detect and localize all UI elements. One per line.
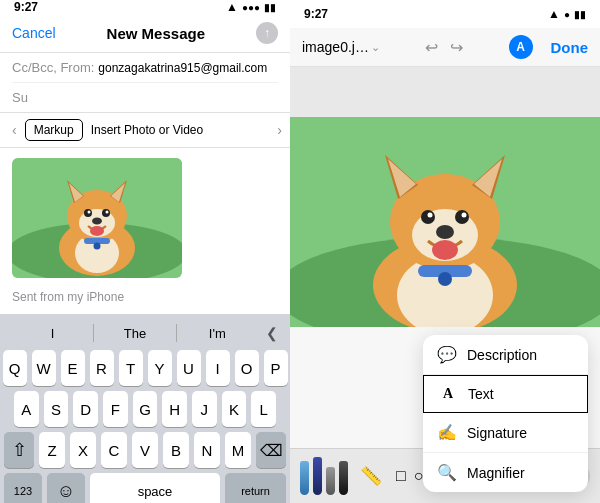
status-icons-left: ▲ ●●● ▮▮	[226, 0, 276, 14]
dropdown-menu: 💬 Description A Text ✍ Signature 🔍 Magni…	[423, 335, 588, 492]
battery-icon: ▮▮	[264, 2, 276, 13]
delete-key[interactable]: ⌫	[256, 432, 286, 468]
markup-user-avatar: A	[509, 35, 533, 59]
signal-icon: ●●●	[242, 2, 260, 13]
key-t[interactable]: T	[119, 350, 143, 386]
dropdown-item-description[interactable]: 💬 Description	[423, 335, 588, 375]
nav-title: New Message	[107, 25, 205, 42]
svg-point-29	[455, 210, 469, 224]
key-y[interactable]: Y	[148, 350, 172, 386]
subject-label: Su	[12, 90, 28, 105]
key-f[interactable]: F	[103, 391, 128, 427]
svg-point-31	[462, 213, 467, 218]
wifi-icon-right: ▲	[548, 7, 560, 21]
circle-shape-tool[interactable]: ○	[414, 467, 424, 486]
keyboard-row-1: Q W E R T Y U I O P	[4, 350, 286, 386]
insert-photo-button[interactable]: Insert Photo or Video	[87, 120, 208, 140]
svg-point-33	[432, 240, 458, 260]
redo-icon[interactable]: ↪	[450, 38, 463, 57]
pen-blue[interactable]	[300, 461, 309, 495]
svg-point-28	[421, 210, 435, 224]
svg-point-12	[88, 211, 91, 214]
svg-point-35	[438, 272, 452, 286]
autocomplete-word-2: The	[94, 326, 175, 341]
key-o[interactable]: O	[235, 350, 259, 386]
email-body[interactable]: Sent from my iPhone	[0, 148, 290, 314]
signal-icon-right: ●	[564, 9, 570, 20]
key-u[interactable]: U	[177, 350, 201, 386]
compose-up-icon[interactable]: ↑	[256, 22, 278, 44]
pen-black[interactable]	[339, 461, 348, 495]
key-s[interactable]: S	[44, 391, 69, 427]
ruler-icon[interactable]: 📏	[360, 465, 382, 487]
description-label: Description	[467, 347, 537, 363]
toolbar-chevron-right-icon[interactable]: ›	[277, 122, 282, 138]
keyboard: I The I'm ❮ Q W E R T Y U I O P A S D F …	[0, 314, 290, 503]
square-shape-tool[interactable]: □	[396, 467, 406, 486]
keyboard-row-4: 123 ☺ space return	[4, 473, 286, 503]
status-bar-right: 9:27 ▲ ● ▮▮	[290, 0, 600, 28]
key-b[interactable]: B	[163, 432, 189, 468]
corgi-svg-right	[290, 117, 600, 327]
subject-field[interactable]: Su	[12, 83, 278, 112]
key-h[interactable]: H	[162, 391, 187, 427]
key-v[interactable]: V	[132, 432, 158, 468]
svg-point-14	[92, 218, 102, 225]
autocomplete-expand-icon[interactable]: ❮	[266, 325, 278, 341]
space-key[interactable]: space	[90, 473, 220, 503]
cc-bcc-field[interactable]: Cc/Bcc, From: gonzagakatrina915@gmail.co…	[12, 53, 278, 83]
from-email: gonzagakatrina915@gmail.com	[98, 61, 267, 75]
dropdown-item-text[interactable]: A Text	[423, 375, 588, 413]
text-icon: A	[438, 386, 458, 402]
toolbar-chevron-left-icon[interactable]: ‹	[8, 120, 21, 140]
key-r[interactable]: R	[90, 350, 114, 386]
wifi-icon: ▲	[226, 0, 238, 14]
text-label: Text	[468, 386, 494, 402]
svg-point-32	[436, 225, 454, 239]
shift-key[interactable]: ⇧	[4, 432, 34, 468]
description-icon: 💬	[437, 345, 457, 364]
numbers-key[interactable]: 123	[4, 473, 42, 503]
battery-icon-right: ▮▮	[574, 9, 586, 20]
key-w[interactable]: W	[32, 350, 56, 386]
autocomplete-row: I The I'm ❮	[4, 320, 286, 346]
magnifier-icon: 🔍	[437, 463, 457, 482]
dropdown-item-magnifier[interactable]: 🔍 Magnifier	[423, 453, 588, 492]
key-j[interactable]: J	[192, 391, 217, 427]
key-z[interactable]: Z	[39, 432, 65, 468]
done-button[interactable]: Done	[551, 39, 589, 56]
key-n[interactable]: N	[194, 432, 220, 468]
key-e[interactable]: E	[61, 350, 85, 386]
markup-nav: image0.j… ⌄ ↩ ↪ A Done	[290, 28, 600, 67]
dropdown-item-signature[interactable]: ✍ Signature	[423, 413, 588, 453]
key-l[interactable]: L	[251, 391, 276, 427]
return-key[interactable]: return	[225, 473, 286, 503]
key-k[interactable]: K	[222, 391, 247, 427]
emoji-key[interactable]: ☺	[47, 473, 85, 503]
key-d[interactable]: D	[73, 391, 98, 427]
signature-icon: ✍	[437, 423, 457, 442]
key-c[interactable]: C	[101, 432, 127, 468]
time-left: 9:27	[14, 0, 38, 14]
magnifier-label: Magnifier	[467, 465, 525, 481]
markup-button[interactable]: Markup	[25, 119, 83, 141]
undo-icon[interactable]: ↩	[425, 38, 438, 57]
phone-right: 9:27 ▲ ● ▮▮ image0.j… ⌄ ↩ ↪ A Done	[290, 0, 600, 503]
cancel-button[interactable]: Cancel	[12, 25, 56, 41]
signature-label: Signature	[467, 425, 527, 441]
corgi-svg-left	[12, 158, 182, 278]
corgi-image-right	[290, 117, 600, 327]
pen-tools	[300, 457, 348, 495]
key-g[interactable]: G	[133, 391, 158, 427]
pen-gray[interactable]	[326, 467, 335, 495]
format-toolbar: ‹ Markup Insert Photo or Video ›	[0, 113, 290, 148]
key-x[interactable]: X	[70, 432, 96, 468]
svg-point-15	[90, 226, 104, 236]
key-p[interactable]: P	[264, 350, 288, 386]
autocomplete-word-3: I'm	[177, 326, 258, 341]
key-m[interactable]: M	[225, 432, 251, 468]
key-i[interactable]: I	[206, 350, 230, 386]
pen-darkblue[interactable]	[313, 457, 322, 495]
key-a[interactable]: A	[14, 391, 39, 427]
key-q[interactable]: Q	[3, 350, 27, 386]
